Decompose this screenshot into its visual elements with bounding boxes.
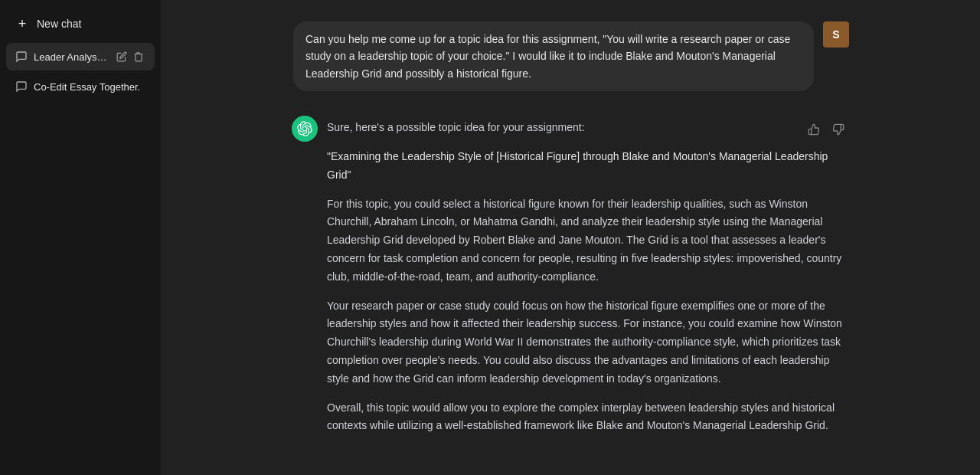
assistant-paragraph-2: Your research paper or case study could … xyxy=(327,297,849,388)
user-message: S Can you help me come up for a topic id… xyxy=(292,21,849,91)
chat-icon-2 xyxy=(15,80,28,93)
user-bubble: Can you help me come up for a topic idea… xyxy=(293,21,814,91)
new-chat-label: New chat xyxy=(37,18,81,30)
assistant-avatar xyxy=(292,116,318,142)
chat-actions-1 xyxy=(115,50,145,64)
thumbs-down-button[interactable] xyxy=(828,119,849,140)
thumbs-up-button[interactable] xyxy=(803,119,825,140)
assistant-message-group: Sure, here's a possible topic idea for y… xyxy=(279,110,861,447)
sidebar-item-chat-1[interactable]: Leader Analysis w/ Bla xyxy=(6,43,155,70)
chat-icon-1 xyxy=(15,51,28,63)
sidebar: + New chat Leader Analysis w/ Bla xyxy=(0,0,161,475)
feedback-icons xyxy=(803,119,849,140)
assistant-paragraph-1: For this topic, you could select a histo… xyxy=(327,195,849,287)
assistant-content: Sure, here's a possible topic idea for y… xyxy=(327,116,849,435)
user-avatar: S xyxy=(823,21,849,48)
new-chat-button[interactable]: + New chat xyxy=(6,9,155,38)
main-content: S Can you help me come up for a topic id… xyxy=(161,0,980,475)
assistant-intro: Sure, here's a possible topic idea for y… xyxy=(327,119,849,137)
delete-icon-1[interactable] xyxy=(132,50,145,64)
edit-icon-1[interactable] xyxy=(115,50,129,64)
user-message-group: S Can you help me come up for a topic id… xyxy=(279,15,861,110)
assistant-message: Sure, here's a possible topic idea for y… xyxy=(292,116,849,435)
assistant-topic-title: "Examining the Leadership Style of [Hist… xyxy=(327,148,849,185)
sidebar-item-chat-2[interactable]: Co-Edit Essay Together. xyxy=(6,74,155,100)
assistant-paragraph-3: Overall, this topic would allow you to e… xyxy=(327,399,849,436)
plus-icon: + xyxy=(15,17,29,31)
chat-label-1: Leader Analysis w/ Bla xyxy=(34,51,109,63)
chat-label-2: Co-Edit Essay Together. xyxy=(34,81,145,93)
